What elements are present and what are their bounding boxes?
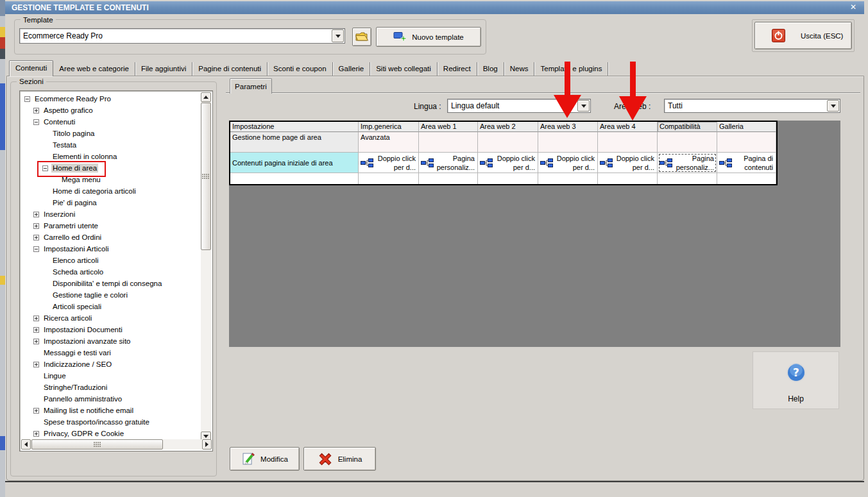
tree-plus-icon[interactable] — [33, 235, 39, 240]
column-header-imp-generica[interactable]: Imp.generica — [359, 122, 419, 132]
value-cell-area-web-4[interactable] — [598, 132, 658, 153]
tab-sconti-e-coupon[interactable]: Sconti e coupon — [268, 62, 332, 76]
tree-item-label[interactable]: Impostazioni avanzate sito — [42, 337, 132, 346]
tree-item-label[interactable]: Messaggi e testi vari — [42, 348, 112, 357]
tree-minus-icon[interactable] — [33, 119, 39, 125]
tree-item-label[interactable]: Inserzioni — [42, 210, 76, 219]
value-cell-area-web-2[interactable] — [478, 132, 538, 153]
tree-item-scheda-articolo[interactable]: Scheda articolo — [22, 266, 201, 278]
tree-item-pannello-amministrativo[interactable]: Pannello amministrativo — [22, 393, 201, 405]
tree-item-home-di-area[interactable]: Home di area — [22, 162, 201, 174]
tree-horizontal-scrollbar[interactable] — [21, 439, 212, 450]
help-button[interactable]: ? Help — [753, 351, 839, 409]
tab-file-aggiuntivi[interactable]: File aggiuntivi — [135, 62, 192, 76]
tree-item-label[interactable]: Parametri utente — [42, 221, 99, 230]
tree-item-indicizzazione-seo[interactable]: Indicizzazione / SEO — [22, 358, 201, 370]
tree-plus-icon[interactable] — [33, 431, 39, 437]
tree-item-label[interactable]: Carrello ed Ordini — [42, 233, 103, 242]
tree-plus-icon[interactable] — [33, 327, 39, 333]
tab-gallerie[interactable]: Gallerie — [333, 62, 371, 76]
tree-item-gestione-taglie-e-colori[interactable]: Gestione taglie e colori — [22, 289, 201, 301]
tree-plus-icon[interactable] — [33, 212, 39, 217]
tree-minus-icon[interactable] — [24, 96, 30, 102]
template-combobox-dropdown-button[interactable] — [332, 29, 344, 42]
area-web-combobox-dropdown-button[interactable] — [827, 100, 839, 112]
tree-item-ricerca-articoli[interactable]: Ricerca articoli — [22, 312, 201, 324]
value-cell-imp-generica[interactable]: Avanzata — [359, 132, 419, 153]
tree-item-label[interactable]: Testata — [51, 140, 78, 149]
tree-item-label[interactable]: Pannello amministrativo — [42, 394, 123, 403]
tree-item-label[interactable]: Ecommerce Ready Pro — [33, 94, 112, 103]
tree-item-label[interactable]: Elenco articoli — [51, 256, 100, 265]
tree-item-contenuti[interactable]: Contenuti — [22, 116, 201, 128]
close-icon[interactable]: ✕ — [847, 2, 859, 12]
tree-item-label[interactable]: Stringhe/Traduzioni — [42, 383, 108, 392]
column-header-galleria[interactable]: Galleria — [717, 122, 776, 132]
value-cell-area-web-2[interactable]: Doppio click per d... — [478, 153, 538, 173]
tree-item-aspetto-grafico[interactable]: Aspetto grafico — [22, 105, 201, 116]
tree-plus-icon[interactable] — [33, 408, 39, 414]
tree-item-label[interactable]: Pie' di pagina — [51, 198, 98, 207]
tree-item-label[interactable]: Scheda articolo — [51, 267, 105, 276]
setting-name-cell[interactable]: Gestione home page di area — [230, 132, 359, 153]
column-header-impostazione[interactable]: Impostazione — [230, 122, 359, 132]
tree-item-label[interactable]: Privacy, GDPR e Cookie — [42, 429, 125, 438]
tree-item-spese-trasporto-incasso-gratuite[interactable]: Spese trasporto/incasso gratuite — [22, 416, 201, 428]
scroll-up-button[interactable] — [201, 92, 211, 102]
value-cell-compatibilit[interactable] — [658, 132, 717, 153]
tree-item-disponibilita-e-tempi-di-consegna[interactable]: Disponibilita' e tempi di consegna — [22, 278, 201, 289]
value-cell-compatibilit[interactable]: Pagina personaliz... — [658, 153, 717, 173]
tree-plus-icon[interactable] — [33, 362, 39, 367]
value-cell-area-web-1[interactable] — [419, 132, 478, 153]
value-cell-galleria[interactable]: Pagina di contenuti — [717, 153, 776, 173]
tab-siti-web-collegati[interactable]: Siti web collegati — [370, 62, 438, 76]
open-template-folder-button[interactable] — [352, 28, 371, 46]
column-header-area-web-2[interactable]: Area web 2 — [478, 122, 538, 132]
tree-item-label[interactable]: Articoli speciali — [51, 302, 103, 311]
value-cell-area-web-1[interactable]: Pagina personaliz... — [419, 153, 478, 173]
tree-item-elenco-articoli[interactable]: Elenco articoli — [22, 255, 201, 266]
modifica-button[interactable]: Modifica — [230, 447, 300, 471]
tree-item-label[interactable]: Lingue — [42, 371, 67, 380]
tree-item-label[interactable]: Ricerca articoli — [42, 314, 93, 323]
tree-item-stringhe-traduzioni[interactable]: Stringhe/Traduzioni — [22, 382, 201, 393]
tree-plus-icon[interactable] — [33, 316, 39, 321]
tree-item-label[interactable]: Gestione taglie e colori — [51, 291, 129, 299]
elimina-button[interactable]: Elimina — [303, 447, 376, 471]
tree-item-mailing-list-e-notifiche-email[interactable]: Mailing list e notifiche email — [22, 405, 201, 416]
vertical-scroll-thumb[interactable] — [201, 103, 211, 250]
column-header-area-web-3[interactable]: Area web 3 — [538, 122, 598, 132]
tree-item-label[interactable]: Indicizzazione / SEO — [42, 360, 113, 369]
tree-item-messaggi-e-testi-vari[interactable]: Messaggi e testi vari — [22, 347, 201, 358]
tree-minus-icon[interactable] — [33, 246, 39, 252]
setting-name-cell[interactable]: Contenuti pagina iniziale di area — [230, 153, 359, 173]
exit-button[interactable]: Uscita (ESC) — [754, 22, 852, 49]
column-header-area-web-4[interactable]: Area web 4 — [598, 122, 658, 132]
tab-blog[interactable]: Blog — [477, 62, 504, 76]
tree-plus-icon[interactable] — [33, 339, 39, 344]
template-combobox[interactable]: Ecommerce Ready Pro — [19, 28, 345, 44]
value-cell-imp-generica[interactable]: Doppio click per d... — [359, 153, 419, 173]
tree-item-inserzioni[interactable]: Inserzioni — [22, 208, 201, 220]
value-cell-area-web-3[interactable]: Doppio click per d... — [538, 153, 598, 173]
tree-item-impostazioni-documenti[interactable]: Impostazioni Documenti — [22, 324, 201, 335]
new-template-button[interactable]: Nuovo template — [376, 27, 481, 47]
scroll-right-button[interactable] — [202, 439, 212, 450]
tab-news[interactable]: News — [504, 62, 535, 76]
tree-item-label[interactable]: Elementi in colonna — [51, 152, 118, 161]
tree-item-label[interactable]: Spese trasporto/incasso gratuite — [42, 417, 151, 426]
horizontal-scroll-thumb[interactable] — [31, 439, 163, 450]
tab-pagine-di-contenuti[interactable]: Pagine di contenuti — [192, 62, 268, 76]
tree-item-lingue[interactable]: Lingue — [22, 370, 201, 382]
tree-item-impostazioni-articoli[interactable]: Impostazioni Articoli — [22, 243, 201, 255]
tree-item-label[interactable]: Titolo pagina — [51, 129, 96, 138]
tree-item-ecommerce-ready-pro[interactable]: Ecommerce Ready Pro — [22, 93, 201, 105]
tree-item-label[interactable]: Aspetto grafico — [42, 106, 94, 115]
tree-plus-icon[interactable] — [33, 108, 39, 114]
area-web-combobox[interactable]: Tutti — [664, 99, 840, 113]
tab-aree-web-e-categorie[interactable]: Aree web e categorie — [53, 62, 135, 76]
tree-item-pie-di-pagina[interactable]: Pie' di pagina — [22, 197, 201, 208]
tree-item-articoli-speciali[interactable]: Articoli speciali — [22, 301, 201, 312]
tree-item-privacy-gdpr-e-cookie[interactable]: Privacy, GDPR e Cookie — [22, 428, 201, 439]
tab-redirect[interactable]: Redirect — [438, 62, 477, 76]
